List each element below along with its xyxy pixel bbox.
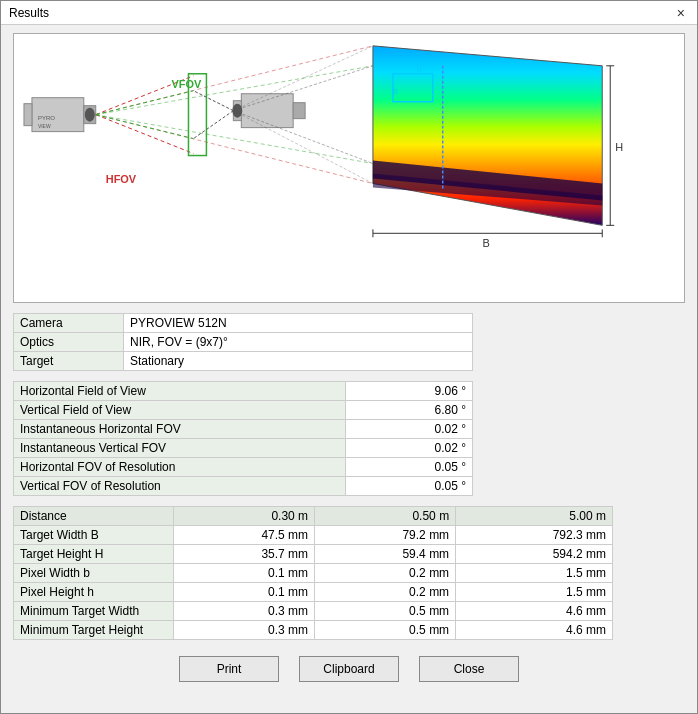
dist-label: Pixel Width b (14, 564, 174, 583)
fov-row: Instantaneous Vertical FOV0.02 ° (14, 439, 473, 458)
dist-label: Target Width B (14, 526, 174, 545)
svg-text:B: B (483, 237, 490, 249)
dist-data-row: Minimum Target Width 0.3 mm 0.5 mm 4.6 m… (14, 602, 613, 621)
fov-row: Instantaneous Horizontal FOV0.02 ° (14, 420, 473, 439)
svg-text:b: b (393, 86, 398, 96)
dist-label: Pixel Height h (14, 583, 174, 602)
info-row: OpticsNIR, FOV = (9x7)° (14, 333, 473, 352)
diagram-area: PYRO VIEW HFOV VFOV (13, 33, 685, 303)
fov-table: Horizontal Field of View9.06 °Vertical F… (13, 381, 473, 496)
window-close-button[interactable]: × (673, 5, 689, 21)
dist-label: Minimum Target Width (14, 602, 174, 621)
svg-text:HFOV: HFOV (106, 173, 137, 185)
window-title: Results (9, 6, 49, 20)
info-row: CameraPYROVIEW 512N (14, 314, 473, 333)
dist-v1: 0.3 mm (174, 602, 315, 621)
fov-label: Instantaneous Vertical FOV (14, 439, 346, 458)
svg-text:VIEW: VIEW (38, 123, 51, 129)
dist-v1: 47.5 mm (174, 526, 315, 545)
dist-v3: 1.5 mm (456, 583, 613, 602)
dist-v3: 4.6 mm (456, 621, 613, 640)
fov-label: Vertical Field of View (14, 401, 346, 420)
info-row: TargetStationary (14, 352, 473, 371)
dist-v2: 0.2 mm (315, 564, 456, 583)
fov-label: Vertical FOV of Resolution (14, 477, 346, 496)
dist-header-cell: 0.30 m (174, 507, 315, 526)
svg-text:H: H (615, 141, 623, 153)
fov-label: Instantaneous Horizontal FOV (14, 420, 346, 439)
dist-v3: 792.3 mm (456, 526, 613, 545)
dist-v1: 35.7 mm (174, 545, 315, 564)
dist-v1: 0.1 mm (174, 583, 315, 602)
dist-header-cell: 0.50 m (315, 507, 456, 526)
svg-rect-3 (24, 104, 32, 126)
dist-v2: 79.2 mm (315, 526, 456, 545)
fov-label: Horizontal Field of View (14, 382, 346, 401)
dist-v2: 59.4 mm (315, 545, 456, 564)
dist-data-row: Minimum Target Height 0.3 mm 0.5 mm 4.6 … (14, 621, 613, 640)
title-bar: Results × (1, 1, 697, 25)
dist-data-row: Pixel Height h 0.1 mm 0.2 mm 1.5 mm (14, 583, 613, 602)
svg-text:VFOV: VFOV (172, 78, 203, 90)
info-value: Stationary (124, 352, 473, 371)
dist-header-cell: Distance (14, 507, 174, 526)
dist-v2: 0.2 mm (315, 583, 456, 602)
dist-v1: 0.3 mm (174, 621, 315, 640)
info-value: NIR, FOV = (9x7)° (124, 333, 473, 352)
info-label: Camera (14, 314, 124, 333)
results-window: Results × PYRO VIEW (0, 0, 698, 714)
dist-label: Minimum Target Height (14, 621, 174, 640)
dist-v3: 1.5 mm (456, 564, 613, 583)
svg-text:h: h (417, 64, 422, 74)
dist-data-row: Target Height H 35.7 mm 59.4 mm 594.2 mm (14, 545, 613, 564)
fov-value: 6.80 ° (345, 401, 473, 420)
info-label: Optics (14, 333, 124, 352)
dist-v2: 0.5 mm (315, 621, 456, 640)
fov-value: 0.02 ° (345, 439, 473, 458)
fov-row: Vertical FOV of Resolution0.05 ° (14, 477, 473, 496)
svg-rect-9 (293, 103, 305, 119)
dist-label: Target Height H (14, 545, 174, 564)
info-label: Target (14, 352, 124, 371)
svg-point-4 (85, 108, 95, 122)
fov-row: Vertical Field of View6.80 ° (14, 401, 473, 420)
buttons-row: Print Clipboard Close (13, 656, 685, 682)
fov-row: Horizontal FOV of Resolution0.05 ° (14, 458, 473, 477)
dist-data-row: Target Width B 47.5 mm 79.2 mm 792.3 mm (14, 526, 613, 545)
fov-value: 0.05 ° (345, 458, 473, 477)
fov-label: Horizontal FOV of Resolution (14, 458, 346, 477)
main-content: PYRO VIEW HFOV VFOV (1, 25, 697, 713)
dist-header-cell: 5.00 m (456, 507, 613, 526)
fov-value: 0.05 ° (345, 477, 473, 496)
dist-data-row: Pixel Width b 0.1 mm 0.2 mm 1.5 mm (14, 564, 613, 583)
svg-text:PYRO: PYRO (38, 115, 55, 121)
dist-v3: 4.6 mm (456, 602, 613, 621)
clipboard-button[interactable]: Clipboard (299, 656, 399, 682)
dist-v1: 0.1 mm (174, 564, 315, 583)
dist-header-row: Distance0.30 m0.50 m5.00 m (14, 507, 613, 526)
dist-v3: 594.2 mm (456, 545, 613, 564)
info-value: PYROVIEW 512N (124, 314, 473, 333)
svg-rect-7 (241, 94, 293, 128)
distance-table: Distance0.30 m0.50 m5.00 m Target Width … (13, 506, 613, 640)
fov-row: Horizontal Field of View9.06 ° (14, 382, 473, 401)
dist-v2: 0.5 mm (315, 602, 456, 621)
fov-value: 9.06 ° (345, 382, 473, 401)
camera-info-table: CameraPYROVIEW 512NOpticsNIR, FOV = (9x7… (13, 313, 473, 371)
print-button[interactable]: Print (179, 656, 279, 682)
fov-value: 0.02 ° (345, 420, 473, 439)
close-button[interactable]: Close (419, 656, 519, 682)
